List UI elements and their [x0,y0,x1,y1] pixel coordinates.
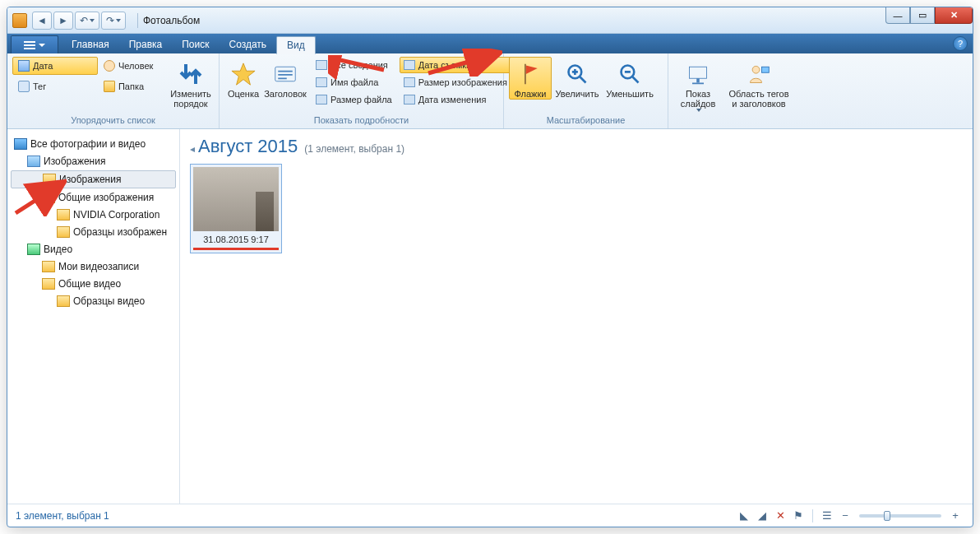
tree-samples-img[interactable]: Образцы изображен [11,224,176,240]
tree-images[interactable]: Изображения [11,153,176,169]
tab-create[interactable]: Создать [220,35,277,53]
video-icon [27,244,40,255]
arrange-person[interactable]: Человек [98,57,168,75]
arrange-tag[interactable]: Тег [12,77,98,95]
photo-thumbnail[interactable]: 31.08.2015 9:17 [190,164,282,253]
ribbon-group-misc: Показ слайдов Область тегов и заголовков [668,53,800,128]
tree-images-sub[interactable]: Изображения [11,170,176,188]
flag-button[interactable]: ⚑ [789,508,807,524]
nav-redo-button[interactable]: ↷ [101,12,126,30]
status-bar: 1 элемент, выбран 1 ◣ ◢ ✕ ⚑ ☰ − + [7,504,973,527]
tree-public-videos[interactable]: Общие видео [11,276,176,292]
svg-line-7 [580,77,586,83]
tree-public-videos-label: Общие видео [58,278,121,290]
app-icon [12,13,27,28]
menu-icon [24,41,35,49]
detail-date-taken-label: Дата съемки [418,60,471,70]
caption-icon [272,61,298,87]
folder-icon [57,209,70,221]
detail-filename-label: Имя файла [331,77,378,87]
window-title: Фотоальбом [143,15,200,26]
svg-rect-13 [690,67,707,78]
tree-videos-label: Видео [44,244,72,255]
zoom-in-small-button[interactable]: + [946,508,964,524]
zoom-out-icon [617,61,643,87]
details-view-button[interactable]: ☰ [818,508,836,524]
delete-button[interactable]: ✕ [771,508,789,524]
detail-filesize-label: Размер файла [331,95,392,104]
detail-image-size[interactable]: Размер изображения [400,74,511,91]
tree-nvidia-label: NVIDIA Corporation [73,209,159,221]
group-name[interactable]: Август 2015 [198,136,298,157]
detail-icon [316,77,327,87]
calendar-icon [18,60,30,72]
tab-view[interactable]: Вид [276,36,316,54]
minimize-button[interactable]: — [885,7,910,24]
tree-videos[interactable]: Видео [11,241,176,258]
nav-back-button[interactable]: ◄ [32,12,52,30]
zoom-slider[interactable] [859,514,941,518]
collapse-icon[interactable]: ◂ [190,143,195,155]
detail-date-modified-label: Дата изменения [418,95,487,104]
tree-public-images[interactable]: Общие изображения [11,189,176,206]
caption-label: Заголовок [264,89,307,99]
detail-date-modified[interactable]: Дата изменения [400,91,511,108]
tree-samples-vid-label: Образцы видео [73,295,145,307]
svg-rect-14 [696,78,700,82]
arrange-folder[interactable]: Папка [98,77,168,95]
file-tab[interactable] [11,35,58,53]
slider-knob[interactable] [884,511,890,521]
folder-icon [42,192,55,203]
detail-all[interactable]: Все сведения [312,57,396,73]
arrange-group-label: Упорядочить список [12,115,214,128]
svg-line-11 [633,77,639,83]
detail-icon [316,95,327,104]
zoom-out-button[interactable]: Уменьшить [603,57,657,100]
folder-icon [57,226,70,238]
thumbnail-caption: 31.08.2015 9:17 [203,231,269,246]
tree-samples-vid[interactable]: Образцы видео [11,293,176,309]
tagpane-button[interactable]: Область тегов и заголовков [723,57,795,109]
tab-home[interactable]: Главная [62,35,119,53]
reorder-button[interactable]: Изменить порядок [168,57,214,109]
svg-marker-0 [232,63,255,85]
nav-undo-button[interactable]: ↶ [75,12,99,30]
status-text: 1 элемент, выбран 1 [16,510,109,522]
caption-button[interactable]: Заголовок [262,57,308,100]
dropdown-icon [39,44,45,47]
nav-forward-button[interactable]: ► [53,12,73,30]
tree-images-label: Изображения [44,156,105,167]
slideshow-label: Показ слайдов [681,89,716,109]
svg-rect-5 [525,64,526,85]
tag-icon [18,81,30,92]
tree-my-videos[interactable]: Мои видеозаписи [11,258,176,275]
annotation-underline [193,248,279,250]
maximize-button[interactable]: ▭ [910,7,935,24]
zoom-out-small-button[interactable]: − [836,508,854,524]
detail-date-taken[interactable]: Дата съемки [400,57,511,73]
help-button[interactable]: ? [953,36,968,51]
slideshow-button[interactable]: Показ слайдов [673,57,723,113]
tab-edit[interactable]: Правка [119,35,173,53]
detail-filesize[interactable]: Размер файла [312,91,396,108]
reorder-label: Изменить порядок [170,89,211,109]
tab-find[interactable]: Поиск [172,35,219,53]
arrange-date[interactable]: Дата [12,57,98,75]
close-button[interactable]: ✕ [935,7,973,24]
ribbon-group-arrange: Дата Тег Человек Папка Изменить порядок … [7,53,220,128]
folder-icon [104,81,115,92]
folder-icon [42,261,55,272]
rotate-left-button[interactable]: ◣ [735,508,753,524]
titlebar: ◄ ► ↶ ↷ Фотоальбом — ▭ ✕ [7,7,973,34]
tree-all-photos[interactable]: Все фотографии и видео [11,136,176,152]
flags-button[interactable]: Флажки [509,57,552,100]
rating-button[interactable]: Оценка [224,57,262,100]
ribbon-group-details: Оценка Заголовок Все сведения Имя файла … [220,53,504,128]
tree-nvidia[interactable]: NVIDIA Corporation [11,207,176,223]
group-header: ◂ Август 2015 (1 элемент, выбран 1) [190,136,963,157]
zoom-in-button[interactable]: Увеличить [552,57,603,100]
tree-public-images-label: Общие изображения [58,192,154,203]
nav-tree: Все фотографии и видео Изображения Изобр… [7,129,180,504]
rotate-right-button[interactable]: ◢ [753,508,771,524]
detail-filename[interactable]: Имя файла [312,74,396,91]
